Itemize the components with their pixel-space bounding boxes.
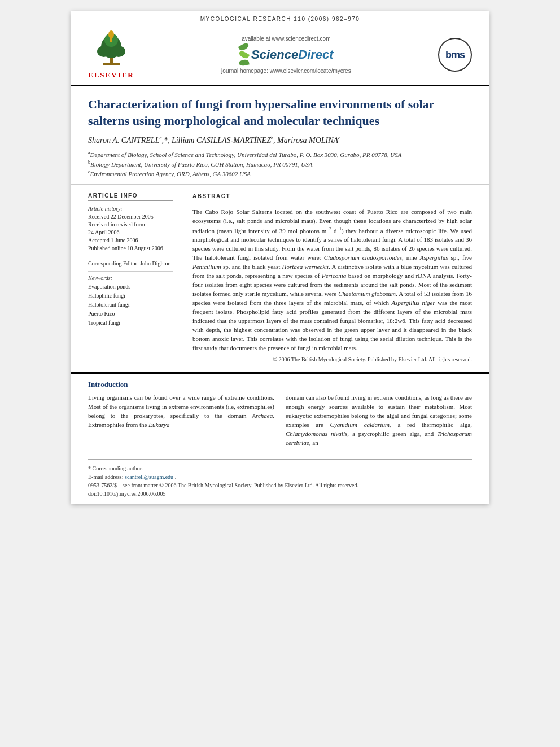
article-info-col: ARTICLE INFO Article history: Received 2… [71, 185, 181, 372]
issn-line: 0953-7562/$ – see front matter © 2006 Th… [88, 481, 472, 490]
affiliation-a: aDepartment of Biology, School of Scienc… [88, 150, 472, 159]
article-page: MYCOLOGICAL RESEARCH 110 (2006) 962–970 … [71, 11, 489, 504]
article-title: Characterization of fungi from hypersali… [88, 97, 472, 129]
editor-label: Corresponding Editor: John Dighton [88, 260, 173, 268]
svg-rect-7 [110, 38, 112, 42]
received-date: Received 22 December 2005 [88, 213, 173, 221]
affiliation-c: cEnvironmental Protection Agency, ORD, A… [88, 169, 472, 178]
email-address[interactable]: scantrell@suagm.edu [125, 474, 173, 480]
page-footer: * Corresponding author. E-mail address: … [88, 459, 472, 504]
intro-right-col: domain can also be found living in extre… [286, 394, 472, 448]
journal-homepage: journal homepage: www.elsevier.com/locat… [221, 68, 351, 74]
journal-header: MYCOLOGICAL RESEARCH 110 (2006) 962–970 [71, 11, 489, 24]
corresponding-editor: Corresponding Editor: John Dighton [88, 260, 173, 268]
email-note: E-mail address: scantrell@suagm.edu . [88, 473, 472, 481]
copyright-line: © 2006 The British Mycological Society. … [193, 356, 472, 364]
keywords-separator [88, 271, 173, 272]
logo-bar: ELSEVIER available at www.sciencedirect.… [71, 24, 489, 86]
intro-left-col: Living organisms can be found over a wid… [88, 394, 274, 448]
bms-text: bms [445, 49, 465, 61]
keyword-4: Puerto Rico [88, 309, 173, 318]
introduction-section: Introduction Living organisms can be fou… [71, 373, 489, 453]
article-info-label: ARTICLE INFO [88, 193, 173, 201]
svg-rect-1 [103, 63, 120, 65]
elsevier-tree-icon [91, 30, 131, 69]
keywords-group: Keywords: Evaporation ponds Halophilic f… [88, 275, 173, 327]
email-label: E-mail address: [88, 474, 123, 480]
revised-label: Received in revised form [88, 221, 173, 229]
keyword-2: Halophilic fungi [88, 291, 173, 300]
keyword-5: Tropical fungi [88, 318, 173, 327]
abstract-paragraph: The Cabo Rojo Solar Salterns located on … [193, 208, 472, 353]
elsevier-text: ELSEVIER [88, 71, 134, 80]
history-label: Article history: [88, 206, 173, 212]
svg-point-6 [108, 30, 114, 38]
bottom-separator [88, 331, 173, 331]
published-date: Published online 10 August 2006 [88, 244, 173, 252]
abstract-label: ABSTRACT [193, 193, 472, 203]
keywords-list: Evaporation ponds Halophilic fungi Halot… [88, 282, 173, 327]
title-section: Characterization of fungi from hypersali… [71, 86, 489, 185]
doi-line: doi:10.1016/j.mycres.2006.06.005 [88, 490, 472, 498]
intro-heading: Introduction [88, 380, 472, 389]
available-text: available at www.sciencedirect.com [242, 36, 330, 42]
accepted-date: Accepted 1 June 2006 [88, 237, 173, 244]
revised-date: 24 April 2006 [88, 229, 173, 237]
affiliation-b: bBiology Department, University of Puert… [88, 159, 472, 169]
intro-columns: Living organisms can be found over a wid… [88, 394, 472, 448]
authors: Sharon A. CANTRELLa,*, Lilliam CASILLAS-… [88, 136, 472, 145]
svg-point-4 [112, 46, 125, 57]
bms-logo: bms [438, 38, 472, 72]
sd-leaves-icon [239, 44, 249, 65]
corresponding-author-text: * Corresponding author. [88, 465, 143, 471]
sciencedirect-logo: ScienceDirect [239, 44, 334, 65]
abstract-text: The Cabo Rojo Solar Salterns located on … [193, 208, 472, 364]
info-separator [88, 256, 173, 256]
keywords-label: Keywords: [88, 275, 173, 281]
elsevier-logo: ELSEVIER [88, 30, 134, 80]
email-dot: . [175, 474, 177, 480]
article-history: Article history: Received 22 December 20… [88, 206, 173, 252]
keyword-3: Halotolerant fungi [88, 300, 173, 309]
keyword-1: Evaporation ponds [88, 282, 173, 291]
svg-point-3 [97, 46, 111, 57]
affiliations: aDepartment of Biology, School of Scienc… [88, 150, 472, 178]
journal-name: MYCOLOGICAL RESEARCH 110 (2006) 962–970 [200, 16, 360, 22]
article-body: ARTICLE INFO Article history: Received 2… [71, 185, 489, 372]
abstract-col: ABSTRACT The Cabo Rojo Solar Salterns lo… [181, 185, 489, 372]
sd-logo-text: ScienceDirect [251, 47, 334, 62]
corresponding-author-note: * Corresponding author. [88, 464, 472, 473]
sciencedirect-logo-block: available at www.sciencedirect.com Scien… [221, 36, 351, 74]
